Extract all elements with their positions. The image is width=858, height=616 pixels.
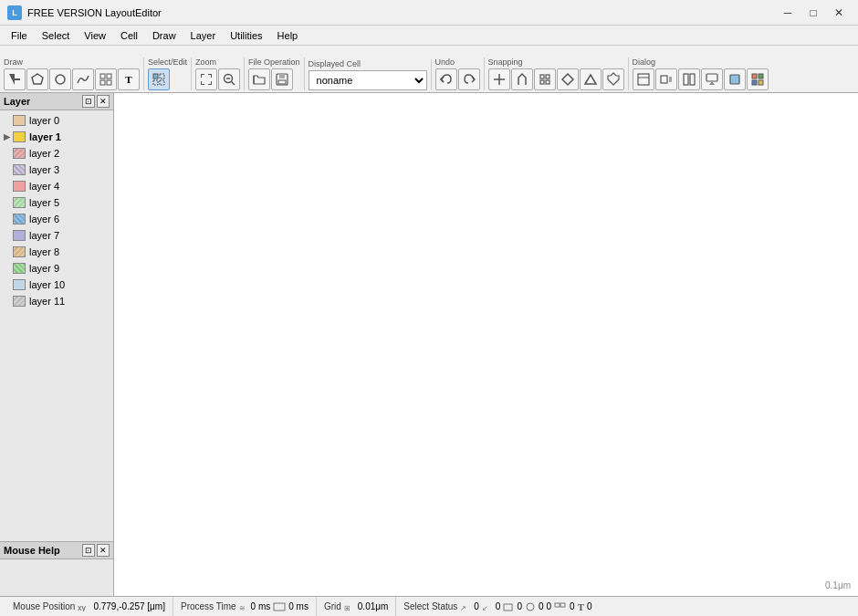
- undo-button[interactable]: [435, 68, 457, 90]
- draw-text-button[interactable]: T: [118, 68, 140, 90]
- toolbar-undo-buttons: [435, 68, 480, 90]
- maximize-button[interactable]: □: [801, 4, 825, 22]
- svg-text:⊞: ⊞: [344, 604, 351, 611]
- menu-help[interactable]: Help: [270, 26, 306, 46]
- layer-name-6: layer 6: [29, 214, 59, 224]
- grid-value: 0.01μm: [358, 601, 389, 611]
- canvas-area[interactable]: 0.1μm: [114, 93, 858, 596]
- mouse-help-float-button[interactable]: ⊡: [82, 544, 95, 557]
- draw-path-button[interactable]: [72, 68, 94, 90]
- svg-rect-5: [107, 80, 111, 85]
- select-edit-button[interactable]: [148, 68, 170, 90]
- draw-polygon-button[interactable]: [26, 68, 48, 90]
- layer-name-10: layer 10: [29, 279, 65, 290]
- close-button[interactable]: ✕: [827, 4, 851, 22]
- zoom-fit-button[interactable]: [195, 68, 217, 90]
- redo-button[interactable]: [458, 68, 480, 90]
- menu-cell[interactable]: Cell: [113, 26, 145, 46]
- minimize-button[interactable]: ─: [776, 4, 800, 22]
- svg-point-1: [56, 75, 65, 84]
- layer-item-4[interactable]: layer 4: [0, 178, 113, 194]
- toolbar-snapping-section: Snapping: [488, 57, 629, 90]
- svg-marker-22: [562, 74, 573, 85]
- process-time-section: Process Time ≋ 0 ms 0 ms: [173, 597, 317, 616]
- select-icon3: [503, 602, 514, 611]
- layer-item-11[interactable]: layer 11: [0, 293, 113, 309]
- mouse-help-header: Mouse Help ⊡ ✕: [0, 542, 113, 559]
- menu-layer[interactable]: Layer: [183, 26, 224, 46]
- toolbar-select-label: Select/Edit: [148, 57, 187, 67]
- mouse-help-title: Mouse Help: [4, 545, 60, 556]
- svg-rect-20: [540, 80, 544, 84]
- layer-panel-float-button[interactable]: ⊡: [82, 95, 95, 108]
- svg-rect-40: [274, 603, 285, 611]
- zoom-out-button[interactable]: [218, 68, 240, 90]
- toolbar-zoom-label: Zoom: [195, 57, 216, 67]
- menu-file[interactable]: File: [4, 26, 35, 46]
- snap1-button[interactable]: [488, 68, 510, 90]
- toolbar-undo-label: Undo: [435, 57, 455, 67]
- menu-select[interactable]: Select: [35, 26, 78, 46]
- draw-circle-button[interactable]: [49, 68, 71, 90]
- svg-rect-36: [752, 80, 757, 85]
- toolbar-dialog-section: Dialog: [633, 57, 772, 90]
- toolbar: Draw T: [0, 46, 858, 93]
- snap6-button[interactable]: [602, 68, 624, 90]
- draw-grid-button[interactable]: [95, 68, 117, 90]
- layer-item-9[interactable]: layer 9: [0, 260, 113, 277]
- layer-name-1: layer 1: [29, 131, 61, 142]
- select-val4: 0: [539, 601, 544, 611]
- layer-item-5[interactable]: layer 5: [0, 194, 113, 211]
- dialog4-button[interactable]: [701, 68, 723, 90]
- dialog2-button[interactable]: [655, 68, 677, 90]
- select-val7: 0: [587, 601, 592, 611]
- process-time-value2: 0 ms: [288, 601, 309, 611]
- menu-draw[interactable]: Draw: [145, 26, 183, 46]
- svg-rect-34: [752, 74, 757, 78]
- layer-name-2: layer 2: [29, 148, 59, 159]
- layer-item-7[interactable]: layer 7: [0, 227, 113, 244]
- layer-item-6[interactable]: layer 6: [0, 211, 113, 227]
- menu-utilities[interactable]: Utilities: [223, 26, 269, 46]
- layer-item-0[interactable]: layer 0: [0, 112, 113, 129]
- layer-item-2[interactable]: layer 2: [0, 145, 113, 162]
- snap5-button[interactable]: [580, 68, 602, 90]
- layer-item-10[interactable]: layer 10: [0, 277, 113, 293]
- draw-arrow-button[interactable]: [4, 68, 26, 90]
- layer-name-3: layer 3: [29, 164, 59, 175]
- file-save-button[interactable]: [271, 68, 293, 90]
- mouse-help-close-button[interactable]: ✕: [97, 544, 110, 557]
- snap4-button[interactable]: [557, 68, 579, 90]
- toolbar-draw-buttons: T: [4, 68, 140, 90]
- layer-name-9: layer 9: [29, 263, 59, 274]
- svg-text:↗: ↗: [460, 604, 466, 611]
- layer-item-3[interactable]: layer 3: [0, 162, 113, 178]
- layer-panel-close-button[interactable]: ✕: [97, 95, 110, 108]
- svg-line-12: [232, 82, 235, 86]
- select-val5: 0: [547, 601, 552, 611]
- scale-label: 0.1μm: [825, 580, 851, 590]
- dialog3-button[interactable]: [678, 68, 700, 90]
- displayed-cell-select[interactable]: noname: [309, 70, 427, 90]
- snap2-button[interactable]: [511, 68, 533, 90]
- layer-name-0: layer 0: [29, 115, 59, 126]
- svg-rect-37: [759, 80, 763, 85]
- process-time-icon1: ≋: [239, 602, 248, 611]
- menu-view[interactable]: View: [77, 26, 113, 46]
- file-open-button[interactable]: [248, 68, 270, 90]
- dialog6-button[interactable]: [747, 68, 769, 90]
- mouse-position-section: Mouse Position xy 0.779,-0.257 [μm]: [5, 597, 173, 616]
- dialog5-button[interactable]: [724, 68, 746, 90]
- layer-item-8[interactable]: layer 8: [0, 244, 113, 260]
- dialog1-button[interactable]: [633, 68, 654, 90]
- svg-rect-18: [540, 75, 544, 78]
- layer-item-1[interactable]: ▶layer 1: [0, 129, 113, 145]
- svg-marker-0: [32, 74, 43, 84]
- layer-name-8: layer 8: [29, 246, 59, 257]
- grid-section: Grid ⊞ 0.01μm: [317, 597, 396, 616]
- snap3-button[interactable]: [534, 68, 556, 90]
- layer-color-1: [13, 131, 26, 142]
- toolbar-select-buttons: [148, 68, 170, 90]
- layer-arrow-1: ▶: [4, 132, 11, 141]
- svg-rect-32: [706, 74, 717, 81]
